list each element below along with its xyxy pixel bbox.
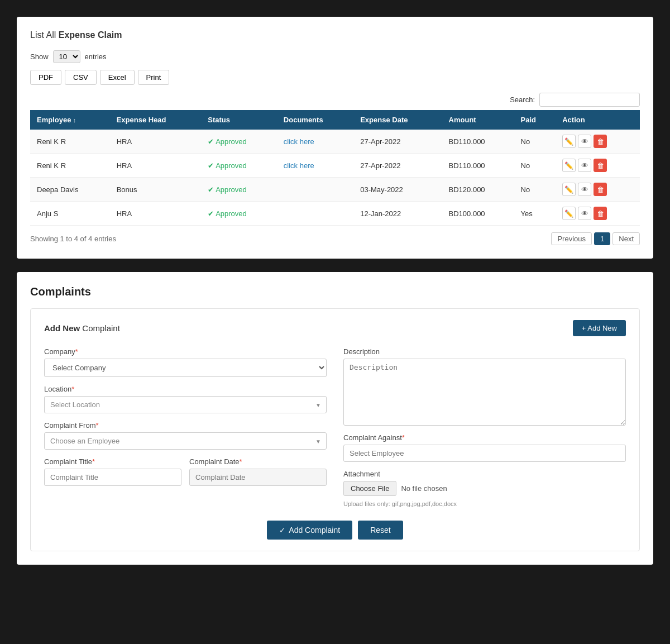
cell-paid: No	[514, 130, 556, 154]
complaint-title-group: Complaint Title*	[44, 457, 181, 486]
cell-employee: Reni K R	[30, 130, 110, 154]
cell-paid: No	[514, 154, 556, 178]
table-row: Reni K R HRA Approved click here 27-Apr-…	[30, 154, 640, 178]
location-select[interactable]: Select Location	[44, 396, 327, 413]
edit-button[interactable]: ✏️	[562, 135, 576, 148]
title-date-row: Complaint Title* Complaint Date*	[44, 457, 327, 486]
doc-link[interactable]: click here	[284, 137, 314, 146]
cell-documents: click here	[277, 154, 353, 178]
pdf-button[interactable]: PDF	[30, 70, 61, 85]
cell-amount: BD110.000	[442, 154, 514, 178]
complaint-from-label: Complaint From*	[44, 421, 327, 430]
cell-expense-head: HRA	[110, 202, 202, 226]
search-input[interactable]	[539, 93, 640, 107]
col-expense-date: Expense Date	[353, 110, 442, 130]
expense-table: Employee Expense Head Status Documents E…	[30, 110, 640, 226]
entries-select[interactable]: 10 25 50	[53, 50, 80, 63]
cell-status: Approved	[201, 130, 277, 154]
delete-button[interactable]: 🗑	[594, 135, 607, 148]
choose-file-button[interactable]: Choose File	[343, 481, 396, 496]
edit-button[interactable]: ✏️	[562, 183, 576, 196]
view-button[interactable]: 👁	[578, 159, 591, 172]
form-actions: ✓ Add Complaint Reset	[44, 521, 626, 540]
cell-status: Approved	[201, 178, 277, 202]
search-row: Search:	[30, 93, 640, 107]
cell-expense-head: HRA	[110, 130, 202, 154]
edit-button[interactable]: ✏️	[562, 159, 576, 172]
cell-documents	[277, 202, 353, 226]
cell-action: ✏️ 👁 🗑	[556, 130, 640, 154]
print-button[interactable]: Print	[138, 70, 170, 85]
cell-paid: No	[514, 178, 556, 202]
edit-button[interactable]: ✏️	[562, 207, 576, 220]
next-button[interactable]: Next	[612, 232, 640, 245]
search-label: Search:	[510, 96, 535, 104]
complaint-date-group: Complaint Date*	[189, 457, 327, 486]
view-button[interactable]: 👁	[578, 135, 591, 148]
complaint-against-label: Complaint Against*	[343, 433, 626, 442]
col-status: Status	[201, 110, 277, 130]
cell-amount: BD100.000	[442, 202, 514, 226]
cell-expense-date: 12-Jan-2022	[353, 202, 442, 226]
company-group: Company* Select Company	[44, 347, 327, 377]
view-button[interactable]: 👁	[578, 207, 591, 220]
reset-button[interactable]: Reset	[358, 521, 403, 540]
upload-hint: Upload files only: gif,png,jpg,pdf,doc,d…	[343, 500, 626, 507]
cell-expense-date: 27-Apr-2022	[353, 130, 442, 154]
location-label: Location*	[44, 385, 327, 393]
col-paid: Paid	[514, 110, 556, 130]
table-footer: Showing 1 to 4 of 4 entries Previous 1 N…	[30, 232, 640, 245]
col-documents: Documents	[277, 110, 353, 130]
complaints-panel: Complaints Add New Complaint + Add New C…	[17, 272, 653, 565]
form-card-title: Add New Complaint	[44, 323, 120, 333]
entries-label: entries	[85, 53, 107, 61]
cell-expense-head: HRA	[110, 154, 202, 178]
csv-button[interactable]: CSV	[65, 70, 97, 85]
add-new-button[interactable]: + Add New	[573, 320, 626, 336]
description-textarea[interactable]	[343, 359, 626, 426]
complaint-title-input[interactable]	[44, 469, 181, 486]
delete-button[interactable]: 🗑	[594, 183, 607, 196]
export-buttons: PDF CSV Excel Print	[30, 70, 640, 85]
view-button[interactable]: 👁	[578, 183, 591, 196]
form-grid: Company* Select Company Location* Select…	[44, 347, 626, 507]
cell-expense-date: 03-May-2022	[353, 178, 442, 202]
complaints-section-title: Complaints	[30, 285, 640, 298]
complaints-form-card: Add New Complaint + Add New Company* Sel…	[30, 308, 640, 551]
col-employee[interactable]: Employee	[30, 110, 110, 130]
no-file-text: No file chosen	[401, 484, 447, 493]
cell-action: ✏️ 👁 🗑	[556, 178, 640, 202]
description-group: Description	[343, 347, 626, 426]
showing-entries: Showing 1 to 4 of 4 entries	[30, 235, 116, 243]
col-expense-head: Expense Head	[110, 110, 202, 130]
show-label: Show	[30, 53, 49, 61]
checkmark-icon: ✓	[279, 526, 285, 535]
complaint-from-select[interactable]: Choose an Employee	[44, 432, 327, 450]
pagination: Previous 1 Next	[551, 232, 640, 245]
page-1-button[interactable]: 1	[594, 232, 610, 245]
cell-employee: Reni K R	[30, 154, 110, 178]
delete-button[interactable]: 🗑	[594, 207, 607, 220]
excel-button[interactable]: Excel	[100, 70, 135, 85]
add-complaint-button[interactable]: ✓ Add Complaint	[267, 521, 352, 540]
attachment-group: Attachment Choose File No file chosen Up…	[343, 470, 626, 507]
expense-panel-title: List All Expense Claim	[30, 30, 640, 40]
attachment-row: Choose File No file chosen	[343, 481, 626, 496]
complaint-from-select-wrapper: Choose an Employee	[44, 432, 327, 450]
cell-expense-date: 27-Apr-2022	[353, 154, 442, 178]
show-entries-row: Show 10 25 50 entries	[30, 50, 640, 63]
delete-button[interactable]: 🗑	[594, 159, 607, 172]
company-select[interactable]: Select Company	[44, 359, 327, 377]
complaint-date-input[interactable]	[189, 469, 327, 486]
cell-employee: Anju S	[30, 202, 110, 226]
cell-action: ✏️ 👁 🗑	[556, 202, 640, 226]
cell-status: Approved	[201, 154, 277, 178]
complaint-against-input[interactable]	[343, 445, 626, 462]
cell-documents	[277, 178, 353, 202]
cell-action: ✏️ 👁 🗑	[556, 154, 640, 178]
cell-status: Approved	[201, 202, 277, 226]
attachment-label: Attachment	[343, 470, 626, 478]
prev-button[interactable]: Previous	[551, 232, 592, 245]
table-row: Deepa Davis Bonus Approved 03-May-2022 B…	[30, 178, 640, 202]
doc-link[interactable]: click here	[284, 161, 314, 170]
